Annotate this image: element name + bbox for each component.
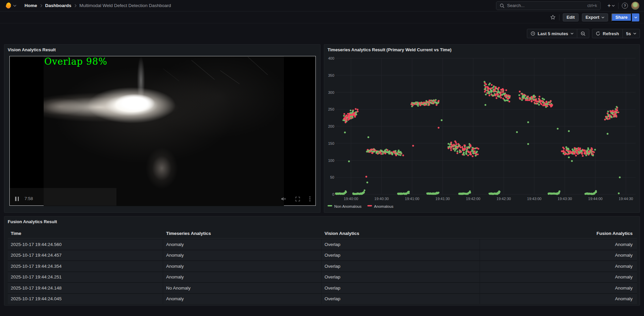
avatar[interactable] xyxy=(631,2,639,10)
refresh-interval-label: 5s xyxy=(626,31,631,36)
video-player[interactable]: Overlap 98% 7:58 xyxy=(9,56,316,206)
mute-icon[interactable] xyxy=(281,196,286,202)
x-tick-label: 19:41:00 xyxy=(405,197,419,201)
x-tick-label: 19:42:30 xyxy=(497,197,511,201)
search-input[interactable]: Search... ctrl+k xyxy=(496,1,601,10)
x-tick-label: 19:42:00 xyxy=(466,197,481,201)
breadcrumb: HomeDashboardsMultimodal Weld Defect Det… xyxy=(24,3,171,8)
x-tick-label: 19:43:30 xyxy=(558,197,572,201)
refresh-interval-dropdown[interactable]: 5s xyxy=(623,29,640,38)
table-cell: Anomaly xyxy=(163,261,321,271)
table-cell: Overlap xyxy=(321,261,480,271)
star-icon[interactable] xyxy=(550,14,556,20)
table-row: 2025-10-17 19:44:24.251AnomalyOverlapAno… xyxy=(8,271,637,282)
table-cell: Anomaly xyxy=(163,272,321,282)
breadcrumb-item[interactable]: Home xyxy=(24,3,37,8)
table-cell: Overlap xyxy=(321,250,480,261)
grafana-dashboard: HomeDashboardsMultimodal Weld Defect Det… xyxy=(0,0,644,316)
table-cell: No Anomaly xyxy=(163,283,321,293)
table-cell: Anomaly xyxy=(163,250,321,261)
y-tick-label: 400 xyxy=(328,56,334,60)
y-tick-label: 100 xyxy=(328,159,334,163)
refresh-icon xyxy=(596,31,600,36)
y-tick-label: 350 xyxy=(328,73,334,77)
breadcrumb-separator-icon xyxy=(75,4,77,7)
video-timestamp: 7:58 xyxy=(24,196,33,201)
time-range-label: Last 5 minutes xyxy=(538,31,568,36)
table-cell: Anomaly xyxy=(480,283,637,293)
chevron-down-icon xyxy=(612,5,615,7)
x-tick-label: 19:43:00 xyxy=(527,197,542,201)
table-cell: Anomaly xyxy=(480,239,637,250)
table-cell: Anomaly xyxy=(480,250,637,261)
table-row: 2025-10-17 19:44:24.045AnomalyOverlapAno… xyxy=(8,293,637,304)
x-tick-label: 19:41:30 xyxy=(436,197,450,201)
dashboard-toolbar: Edit Export Share xyxy=(0,11,644,23)
table-body: 2025-10-17 19:44:24.560AnomalyOverlapAno… xyxy=(8,239,637,304)
column-header-fusion-analytics[interactable]: Fusion Analytics xyxy=(480,229,637,238)
breadcrumb-item: Multimodal Weld Defect Detection Dashboa… xyxy=(80,3,171,8)
timeseries-analytics-panel: Timeseries Analytics Result (Primary Wel… xyxy=(324,44,640,213)
table-row: 2025-10-17 19:44:24.354AnomalyOverlapAno… xyxy=(8,260,637,271)
y-tick-label: 50 xyxy=(330,175,334,179)
zoom-out-icon xyxy=(581,31,586,36)
timeseries-chart[interactable]: 05010015020025030035040019:40:0019:40:30… xyxy=(327,55,638,211)
share-button[interactable]: Share xyxy=(611,13,632,21)
panel-title[interactable]: Vision Analytics Result xyxy=(8,47,56,52)
scatter-points xyxy=(335,81,621,195)
refresh-button[interactable]: Refresh xyxy=(592,29,622,38)
legend-label: Anomalous xyxy=(374,204,394,208)
legend-swatch xyxy=(367,205,372,206)
search-placeholder: Search... xyxy=(507,3,585,8)
time-range-picker[interactable]: Last 5 minutes xyxy=(527,29,577,38)
chart-grid: 05010015020025030035040019:40:0019:40:30… xyxy=(328,56,636,201)
y-tick-label: 250 xyxy=(328,107,334,111)
table-row: 2025-10-17 19:44:24.148No AnomalyOverlap… xyxy=(8,282,637,293)
x-tick-label: 19:40:00 xyxy=(344,197,358,201)
grafana-logo-icon[interactable] xyxy=(5,2,12,9)
y-tick-label: 200 xyxy=(328,124,334,128)
fusion-table: TimeTimeseries AnalyticsVision Analytics… xyxy=(8,229,637,304)
kebab-menu-icon[interactable] xyxy=(309,196,311,202)
table-cell: Overlap xyxy=(321,272,480,282)
export-button[interactable]: Export xyxy=(582,13,608,21)
vision-analytics-panel: Vision Analytics Result Overlap 98% 7:58 xyxy=(4,44,320,213)
table-cell: 2025-10-17 19:44:24.045 xyxy=(8,294,163,304)
add-button[interactable]: + xyxy=(607,2,615,9)
table-cell: Anomaly xyxy=(480,294,637,304)
fusion-analytics-panel: Fusion Analytics Result TimeTimeseries A… xyxy=(4,216,640,306)
share-dropdown-button[interactable] xyxy=(632,13,639,21)
chart-legend[interactable]: Non AnomalousAnomalous xyxy=(328,204,393,208)
table-row: 2025-10-17 19:44:24.457AnomalyOverlapAno… xyxy=(8,250,637,261)
help-button[interactable]: ? xyxy=(622,3,628,9)
divider xyxy=(559,14,559,20)
column-header-timeseries-analytics[interactable]: Timeseries Analytics xyxy=(163,229,321,238)
column-header-time[interactable]: Time xyxy=(8,229,163,238)
breadcrumb-item[interactable]: Dashboards xyxy=(45,3,71,8)
nav-expand-chevron-icon[interactable] xyxy=(13,5,16,7)
table-cell: Anomaly xyxy=(163,239,321,250)
top-navbar: HomeDashboardsMultimodal Weld Defect Det… xyxy=(0,0,644,11)
legend-label: Non Anomalous xyxy=(334,204,361,208)
zoom-out-button[interactable] xyxy=(577,29,589,38)
panel-title[interactable]: Fusion Analytics Result xyxy=(8,219,57,224)
chevron-down-icon xyxy=(633,33,636,35)
table-row: 2025-10-17 19:44:24.560AnomalyOverlapAno… xyxy=(8,239,637,250)
panel-title[interactable]: Timeseries Analytics Result (Primary Wel… xyxy=(328,47,451,52)
y-tick-label: 300 xyxy=(328,90,334,94)
edit-button[interactable]: Edit xyxy=(563,13,579,21)
clock-icon xyxy=(531,31,535,36)
chevron-down-icon xyxy=(634,16,637,18)
divider xyxy=(618,3,618,9)
time-controls: Last 5 minutes Refresh 5s xyxy=(527,29,640,38)
table-cell: Anomaly xyxy=(480,272,637,282)
x-tick-label: 19:40:30 xyxy=(375,197,389,201)
y-tick-label: 150 xyxy=(328,141,334,145)
fullscreen-icon[interactable] xyxy=(295,196,300,202)
search-icon xyxy=(500,3,504,8)
column-header-vision-analytics[interactable]: Vision Analytics xyxy=(321,229,480,238)
chevron-down-icon xyxy=(571,33,574,35)
pause-button[interactable] xyxy=(15,197,19,201)
overlap-overlay-text: Overlap 98% xyxy=(44,56,107,67)
table-cell: 2025-10-17 19:44:24.251 xyxy=(8,272,163,282)
